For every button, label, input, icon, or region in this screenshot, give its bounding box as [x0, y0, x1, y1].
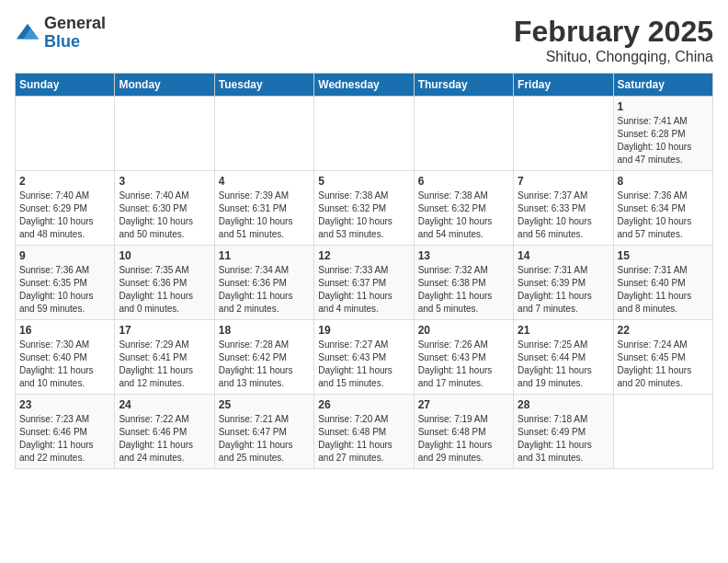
day-number: 2: [19, 175, 110, 188]
day-info: Sunrise: 7:39 AM Sunset: 6:31 PM Dayligh…: [219, 190, 310, 241]
calendar-cell: 21Sunrise: 7:25 AM Sunset: 6:44 PM Dayli…: [514, 320, 613, 395]
day-info: Sunrise: 7:18 AM Sunset: 6:49 PM Dayligh…: [518, 413, 609, 465]
day-info: Sunrise: 7:21 AM Sunset: 6:47 PM Dayligh…: [219, 413, 310, 465]
calendar-cell: 15Sunrise: 7:31 AM Sunset: 6:40 PM Dayli…: [613, 246, 712, 320]
day-info: Sunrise: 7:30 AM Sunset: 6:40 PM Dayligh…: [19, 339, 110, 390]
day-header-sunday: Sunday: [16, 74, 115, 97]
day-number: 22: [618, 324, 709, 337]
logo-icon: [15, 20, 40, 46]
calendar-cell: 22Sunrise: 7:24 AM Sunset: 6:45 PM Dayli…: [613, 320, 712, 395]
calendar-cell: [514, 97, 613, 171]
day-number: 10: [119, 249, 210, 262]
calendar-cell: 27Sunrise: 7:19 AM Sunset: 6:48 PM Dayli…: [414, 395, 513, 469]
day-number: 28: [518, 398, 609, 411]
calendar-cell: 23Sunrise: 7:23 AM Sunset: 6:46 PM Dayli…: [16, 395, 115, 469]
day-info: Sunrise: 7:26 AM Sunset: 6:43 PM Dayligh…: [418, 339, 509, 390]
calendar-cell: 14Sunrise: 7:31 AM Sunset: 6:39 PM Dayli…: [514, 246, 613, 320]
calendar-cell: 5Sunrise: 7:38 AM Sunset: 6:32 PM Daylig…: [314, 171, 414, 246]
day-number: 15: [618, 249, 709, 262]
day-info: Sunrise: 7:38 AM Sunset: 6:32 PM Dayligh…: [318, 190, 409, 241]
title-block: February 2025 Shituo, Chongqing, China: [514, 15, 713, 65]
day-number: 8: [618, 175, 709, 188]
day-number: 3: [119, 175, 210, 188]
calendar-cell: 13Sunrise: 7:32 AM Sunset: 6:38 PM Dayli…: [414, 246, 513, 320]
calendar-cell: 12Sunrise: 7:33 AM Sunset: 6:37 PM Dayli…: [314, 246, 414, 320]
day-number: 27: [418, 398, 509, 411]
day-info: Sunrise: 7:29 AM Sunset: 6:41 PM Dayligh…: [119, 339, 210, 390]
logo-general: General: [44, 14, 106, 32]
day-number: 4: [219, 175, 310, 188]
day-number: 25: [219, 398, 310, 411]
calendar-cell: 7Sunrise: 7:37 AM Sunset: 6:33 PM Daylig…: [514, 171, 613, 246]
calendar-cell: 28Sunrise: 7:18 AM Sunset: 6:49 PM Dayli…: [514, 395, 613, 469]
calendar-cell: 8Sunrise: 7:36 AM Sunset: 6:34 PM Daylig…: [613, 171, 712, 246]
calendar-cell: 18Sunrise: 7:28 AM Sunset: 6:42 PM Dayli…: [214, 320, 313, 395]
day-info: Sunrise: 7:20 AM Sunset: 6:48 PM Dayligh…: [318, 413, 409, 465]
day-info: Sunrise: 7:41 AM Sunset: 6:28 PM Dayligh…: [618, 115, 709, 167]
calendar-cell: 10Sunrise: 7:35 AM Sunset: 6:36 PM Dayli…: [115, 246, 214, 320]
day-info: Sunrise: 7:36 AM Sunset: 6:34 PM Dayligh…: [618, 190, 709, 241]
day-info: Sunrise: 7:40 AM Sunset: 6:30 PM Dayligh…: [119, 190, 210, 241]
day-number: 13: [418, 249, 509, 262]
day-number: 1: [618, 100, 709, 113]
calendar-cell: 2Sunrise: 7:40 AM Sunset: 6:29 PM Daylig…: [16, 171, 115, 246]
day-number: 26: [318, 398, 409, 411]
calendar-cell: 24Sunrise: 7:22 AM Sunset: 6:46 PM Dayli…: [115, 395, 214, 469]
calendar-cell: [414, 97, 513, 171]
day-number: 11: [219, 249, 310, 262]
calendar-cell: 9Sunrise: 7:36 AM Sunset: 6:35 PM Daylig…: [16, 246, 115, 320]
day-number: 7: [518, 175, 609, 188]
calendar-title: February 2025: [514, 15, 713, 49]
page-header: General Blue February 2025 Shituo, Chong…: [15, 15, 713, 65]
day-info: Sunrise: 7:24 AM Sunset: 6:45 PM Dayligh…: [618, 339, 709, 390]
calendar-cell: 4Sunrise: 7:39 AM Sunset: 6:31 PM Daylig…: [214, 171, 313, 246]
day-number: 12: [318, 249, 409, 262]
day-header-saturday: Saturday: [613, 74, 712, 97]
day-info: Sunrise: 7:32 AM Sunset: 6:38 PM Dayligh…: [418, 264, 509, 316]
day-number: 23: [19, 398, 110, 411]
day-info: Sunrise: 7:33 AM Sunset: 6:37 PM Dayligh…: [318, 264, 409, 316]
day-number: 19: [318, 324, 409, 337]
calendar-cell: 17Sunrise: 7:29 AM Sunset: 6:41 PM Dayli…: [115, 320, 214, 395]
calendar-cell: [214, 97, 313, 171]
logo: General Blue: [15, 15, 106, 52]
header-row: SundayMondayTuesdayWednesdayThursdayFrid…: [16, 74, 713, 97]
week-row-3: 9Sunrise: 7:36 AM Sunset: 6:35 PM Daylig…: [16, 246, 713, 320]
day-info: Sunrise: 7:40 AM Sunset: 6:29 PM Dayligh…: [19, 190, 110, 241]
day-info: Sunrise: 7:22 AM Sunset: 6:46 PM Dayligh…: [119, 413, 210, 465]
day-info: Sunrise: 7:27 AM Sunset: 6:43 PM Dayligh…: [318, 339, 409, 390]
week-row-4: 16Sunrise: 7:30 AM Sunset: 6:40 PM Dayli…: [16, 320, 713, 395]
day-number: 21: [518, 324, 609, 337]
calendar-cell: [314, 97, 414, 171]
calendar-cell: 26Sunrise: 7:20 AM Sunset: 6:48 PM Dayli…: [314, 395, 414, 469]
day-info: Sunrise: 7:35 AM Sunset: 6:36 PM Dayligh…: [119, 264, 210, 316]
calendar-cell: 1Sunrise: 7:41 AM Sunset: 6:28 PM Daylig…: [613, 97, 712, 171]
calendar-table: SundayMondayTuesdayWednesdayThursdayFrid…: [15, 73, 713, 469]
week-row-2: 2Sunrise: 7:40 AM Sunset: 6:29 PM Daylig…: [16, 171, 713, 246]
day-number: 6: [418, 175, 509, 188]
calendar-cell: 3Sunrise: 7:40 AM Sunset: 6:30 PM Daylig…: [115, 171, 214, 246]
day-header-monday: Monday: [115, 74, 214, 97]
logo-blue: Blue: [44, 32, 80, 51]
day-header-thursday: Thursday: [414, 74, 513, 97]
calendar-cell: 19Sunrise: 7:27 AM Sunset: 6:43 PM Dayli…: [314, 320, 414, 395]
day-info: Sunrise: 7:25 AM Sunset: 6:44 PM Dayligh…: [518, 339, 609, 390]
day-number: 20: [418, 324, 509, 337]
day-number: 5: [318, 175, 409, 188]
day-number: 17: [119, 324, 210, 337]
day-number: 14: [518, 249, 609, 262]
calendar-cell: 25Sunrise: 7:21 AM Sunset: 6:47 PM Dayli…: [214, 395, 313, 469]
day-number: 24: [119, 398, 210, 411]
calendar-cell: 6Sunrise: 7:38 AM Sunset: 6:32 PM Daylig…: [414, 171, 513, 246]
day-header-friday: Friday: [514, 74, 613, 97]
week-row-1: 1Sunrise: 7:41 AM Sunset: 6:28 PM Daylig…: [16, 97, 713, 171]
day-header-wednesday: Wednesday: [314, 74, 414, 97]
day-number: 16: [19, 324, 110, 337]
week-row-5: 23Sunrise: 7:23 AM Sunset: 6:46 PM Dayli…: [16, 395, 713, 469]
calendar-subtitle: Shituo, Chongqing, China: [514, 49, 713, 65]
day-number: 18: [219, 324, 310, 337]
calendar-cell: 16Sunrise: 7:30 AM Sunset: 6:40 PM Dayli…: [16, 320, 115, 395]
calendar-cell: 11Sunrise: 7:34 AM Sunset: 6:36 PM Dayli…: [214, 246, 313, 320]
day-number: 9: [19, 249, 110, 262]
day-info: Sunrise: 7:28 AM Sunset: 6:42 PM Dayligh…: [219, 339, 310, 390]
